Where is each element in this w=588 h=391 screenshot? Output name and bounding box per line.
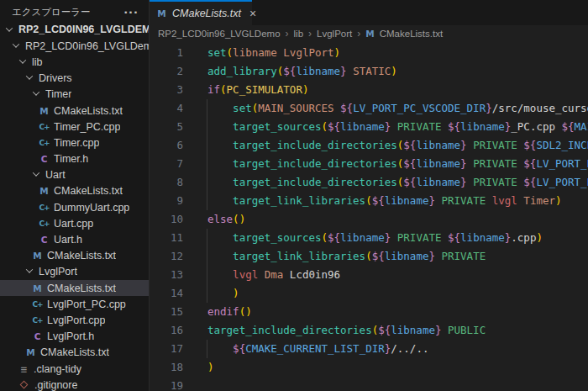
- breadcrumb-item[interactable]: RP2_LCD0in96_LVGLDemo: [158, 29, 281, 39]
- code-line: 10else(): [150, 210, 588, 229]
- tree-item-timer.cpp[interactable]: C+Timer.cpp: [0, 135, 149, 151]
- tree-item-lvglport.cpp[interactable]: C+LvglPort.cpp: [0, 312, 149, 328]
- line-number: 16: [150, 321, 183, 340]
- h-icon: C: [39, 235, 50, 245]
- code-line: 4 set(MAIN_SOURCES ${LV_PORT_PC_VSCODE_D…: [150, 99, 588, 118]
- tree-item-label: CMakeLists.txt: [54, 105, 123, 117]
- line-number: 3: [150, 81, 183, 99]
- line-number: 8: [150, 173, 183, 192]
- tree-item-cmakelists.txt[interactable]: MCMakeLists.txt: [0, 183, 149, 199]
- code-line: 13 lvgl Dma Lcd0in96: [150, 266, 588, 284]
- h-icon: C: [32, 331, 43, 341]
- tree-item-cmakelists.txt[interactable]: MCMakeLists.txt: [0, 103, 149, 119]
- line-number: 7: [150, 155, 183, 173]
- tree-item-timer[interactable]: Timer: [0, 87, 149, 103]
- tree-item-dummyuart.cpp[interactable]: C+DummyUart.cpp: [0, 199, 149, 215]
- indent-guide: [207, 136, 207, 155]
- chevron-down-icon: [19, 56, 26, 63]
- tree-item-lvglport[interactable]: LvglPort: [0, 264, 149, 280]
- tree-item-cmakelists.txt[interactable]: MCMakeLists.txt: [0, 248, 149, 264]
- tree-item-label: Uart.h: [54, 234, 82, 246]
- tree-item-label: CMakeLists.txt: [40, 346, 109, 358]
- code-line-text: ${CMAKE_CURRENT_LIST_DIR}/../..: [207, 340, 428, 358]
- tab-bar: M CMakeLists.txt ×: [150, 0, 588, 25]
- code-line: 7 target_include_directories(${libname} …: [150, 155, 588, 173]
- cmake-icon: M: [32, 251, 43, 261]
- indent-guide: [207, 155, 207, 173]
- code-line-text: ): [207, 284, 239, 303]
- tree-item-.gitignore[interactable]: .gitignore: [0, 377, 149, 391]
- breadcrumb-item[interactable]: lib: [294, 29, 304, 39]
- tree-item-lib[interactable]: lib: [0, 54, 149, 70]
- tree-item-rp2_lcd0in96_lvgldemo[interactable]: RP2_LCD0in96_LVGLDemo: [0, 38, 149, 54]
- tree-item-label: DummyUart.cpp: [54, 202, 129, 214]
- indent-guide: [207, 340, 207, 358]
- tree-item-uart.cpp[interactable]: C+Uart.cpp: [0, 215, 149, 231]
- line-number: 14: [150, 284, 183, 303]
- tree-item-label: CMakeLists.txt: [54, 185, 123, 197]
- indent-guide: [207, 118, 207, 136]
- code-line-text: target_include_directories(${libname} PU…: [207, 321, 486, 340]
- tree-item-drivers[interactable]: Drivers: [0, 71, 149, 87]
- explorer-header: エクスプローラー ···: [0, 0, 149, 22]
- indent-guide: [207, 247, 207, 266]
- code-line-text: if(PC_SIMULATOR): [207, 81, 308, 99]
- line-number: 11: [150, 229, 183, 247]
- breadcrumb-separator-icon: ›: [308, 28, 312, 40]
- tree-item-label: LvglPort_PC.cpp: [47, 299, 126, 310]
- indent-guide: [207, 99, 207, 118]
- code-editor[interactable]: 1set(libname LvglPort)2add_library(${lib…: [150, 42, 588, 391]
- breadcrumb-item[interactable]: CMakeLists.txt: [380, 29, 443, 39]
- indent-guide: [207, 229, 207, 247]
- file-tree: RP2_LCD0IN96_LVGLDEMO (ワーク...RP2_LCD0in9…: [0, 22, 149, 391]
- breadcrumb-separator-icon: ›: [286, 28, 289, 40]
- code-line-text: target_include_directories(${libname} PR…: [207, 155, 588, 173]
- line-number: 6: [150, 136, 183, 155]
- tree-item-uart[interactable]: Uart: [0, 167, 149, 183]
- tree-item-label: Drivers: [39, 72, 72, 84]
- tree-item-label: RP2_LCD0in96_LVGLDemo: [25, 40, 149, 52]
- code-line-text: target_sources(${libname} PRIVATE ${libn…: [207, 229, 543, 247]
- chevron-down-icon: [26, 72, 33, 79]
- tree-item-label: Timer.h: [54, 153, 88, 165]
- code-line: 9 target_link_libraries(${libname} PRIVA…: [150, 192, 588, 210]
- line-number: 19: [150, 377, 183, 391]
- explorer-title: エクスプローラー: [12, 6, 91, 18]
- chevron-down-icon: [26, 267, 33, 273]
- breadcrumb-separator-icon: ›: [357, 28, 360, 40]
- breadcrumb-item[interactable]: LvglPort: [317, 29, 352, 39]
- line-number: 12: [150, 247, 183, 266]
- line-number: 15: [150, 303, 183, 321]
- tree-item-timer_pc.cpp[interactable]: C+Timer_PC.cpp: [0, 119, 149, 135]
- chevron-down-icon: [33, 170, 39, 177]
- tree-item-uart.h[interactable]: CUart.h: [0, 231, 149, 247]
- tree-item-lvglport_pc.cpp[interactable]: C+LvglPort_PC.cpp: [0, 296, 149, 312]
- code-line: 1set(libname LvglPort): [150, 44, 588, 62]
- tab-cmakelists[interactable]: M CMakeLists.txt ×: [150, 0, 252, 25]
- cpp-icon: C+: [39, 219, 50, 228]
- tree-item-lvglport.h[interactable]: CLvglPort.h: [0, 329, 149, 345]
- tree-item-cmakelists.txt[interactable]: MCMakeLists.txt: [0, 280, 149, 296]
- tree-item-.clang-tidy[interactable]: ≡.clang-tidy: [0, 361, 149, 377]
- code-line: 15endif(): [150, 303, 588, 321]
- tree-item-label: CMakeLists.txt: [47, 250, 116, 262]
- tree-item-label: RP2_LCD0IN96_LVGLDEMO (ワーク...: [18, 23, 149, 37]
- tree-item-rp2_lcd0in96_lvgldemo-...[interactable]: RP2_LCD0IN96_LVGLDEMO (ワーク...: [0, 22, 149, 38]
- line-number: 18: [150, 358, 183, 377]
- code-line-text: set(libname LvglPort): [207, 44, 340, 62]
- cpp-icon: C+: [32, 300, 43, 309]
- code-line: 3if(PC_SIMULATOR): [150, 81, 588, 99]
- tree-item-cmakelists.txt[interactable]: MCMakeLists.txt: [0, 345, 149, 361]
- code-line: 11 target_sources(${libname} PRIVATE ${l…: [150, 229, 588, 247]
- more-actions-icon[interactable]: ···: [123, 6, 139, 18]
- code-line-text: target_link_libraries(${libname} PRIVATE: [207, 247, 486, 266]
- line-number: 17: [150, 340, 183, 358]
- editor-pane: M CMakeLists.txt × RP2_LCD0in96_LVGLDemo…: [150, 0, 588, 391]
- code-line-text: target_include_directories(${libname} PR…: [207, 136, 588, 155]
- line-number: 9: [150, 192, 183, 210]
- tree-item-timer.h[interactable]: CTimer.h: [0, 151, 149, 167]
- close-icon[interactable]: ×: [249, 8, 256, 19]
- chevron-down-icon: [6, 24, 13, 31]
- code-line: 16target_include_directories(${libname} …: [150, 321, 588, 340]
- indent-guide: [207, 173, 207, 192]
